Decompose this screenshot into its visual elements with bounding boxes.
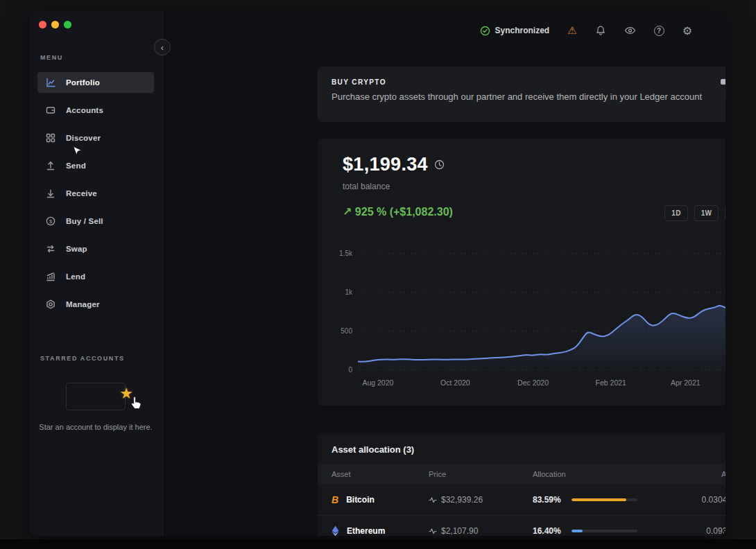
allocation-column-header: Allocation (533, 470, 630, 478)
hand-cursor-icon (130, 396, 143, 412)
asset-allocation-title: Asset allocation (3) (318, 433, 725, 464)
asset-name: Ethereum (347, 526, 385, 536)
portfolio-icon (44, 78, 57, 87)
accounts-icon (44, 105, 57, 115)
y-axis-tick: 0 (332, 366, 352, 374)
buy-sell-icon: $ (44, 216, 57, 226)
close-window-button[interactable] (39, 21, 46, 28)
app-window: MENU Portfolio Accounts (29, 11, 725, 536)
allocation-row-bitcoin[interactable]: BBitcoin$32,939.2683.59%0.030439 BTC$1,0… (318, 485, 725, 516)
ethereum-icon (332, 525, 339, 536)
allocation-column-header: Asset (332, 470, 429, 478)
sidebar-item-label: Swap (66, 245, 87, 253)
sidebar-item-label: Manager (66, 300, 100, 308)
starred-empty-illustration: ★ (66, 383, 126, 410)
bottom-strip (0, 539, 756, 549)
balance-change: ↗ 925 % (+$1,082.30) (343, 205, 453, 218)
sidebar-item-portfolio[interactable]: Portfolio (37, 72, 154, 93)
balance-chart[interactable]: 05001k1.5k Aug (332, 243, 725, 395)
allocation-percent: 83.59% (533, 495, 565, 505)
chart-plot (358, 248, 725, 372)
balance-panel: $1,199.34 total balance ↗ 925 % (+$1,082… (318, 139, 725, 406)
sidebar-item-label: Buy / Sell (66, 217, 103, 225)
sync-label: Synchronized (495, 26, 550, 35)
zoom-window-button[interactable] (64, 21, 71, 28)
asset-amount: 0.030439 BTC (637, 495, 725, 505)
shopping-cart-illustration (716, 71, 725, 122)
range-button-1d[interactable]: 1D (664, 205, 687, 221)
x-axis-tick: Dec 2020 (517, 378, 549, 387)
sidebar-nav: Portfolio Accounts Discover (37, 72, 154, 322)
question-mark-icon: ? (654, 26, 664, 36)
sidebar-item-label: Send (66, 162, 86, 170)
sidebar-item-swap[interactable]: Swap (37, 238, 154, 259)
asset-price: $32,939.26 (441, 495, 483, 505)
asset-allocation-panel: Asset allocation (3) AssetPriceAllocatio… (318, 433, 725, 536)
asset-amount: 0.09331 ETH (637, 526, 725, 536)
sidebar-item-send[interactable]: Send (37, 155, 154, 176)
allocation-bar (572, 498, 637, 501)
receive-icon (44, 189, 57, 198)
x-axis-tick: Apr 2021 (671, 378, 701, 387)
total-balance-amount: $1,199.34 (343, 154, 428, 175)
sidebar-item-label: Portfolio (66, 78, 100, 87)
y-axis-tick: 1k (332, 288, 352, 296)
allocation-row-ethereum[interactable]: Ethereum$2,107.9016.40%0.09331 ETH$196.6… (318, 516, 725, 536)
sidebar-item-label: Discover (66, 134, 101, 142)
discover-icon (44, 133, 57, 143)
main-area: Synchronized ⚠ ? ⚙ (163, 11, 725, 536)
banner-description: Purchase crypto assets through our partn… (332, 92, 702, 102)
lend-icon (44, 272, 57, 281)
swap-icon (44, 244, 57, 254)
banner-title: BUY CRYPTO (332, 78, 386, 86)
content: BUY CRYPTO Purchase crypto assets throug… (318, 67, 725, 122)
eye-icon[interactable] (624, 25, 636, 36)
total-balance-caption: total balance (343, 182, 390, 191)
allocation-column-header: Amount (630, 470, 725, 478)
activity-icon (429, 496, 437, 504)
help-icon[interactable]: ? (654, 26, 664, 36)
y-axis-tick: 500 (332, 327, 352, 335)
minimize-window-button[interactable] (51, 21, 59, 28)
balance-change-text: 925 % (+$1,082.30) (355, 206, 453, 218)
sync-status[interactable]: Synchronized (480, 26, 550, 36)
svg-text:$: $ (49, 218, 53, 225)
manager-icon (44, 299, 57, 309)
buy-crypto-banner[interactable]: BUY CRYPTO Purchase crypto assets throug… (318, 67, 725, 122)
sidebar-item-label: Lend (66, 272, 85, 281)
warning-icon[interactable]: ⚠ (567, 24, 576, 37)
allocation-bar (572, 530, 637, 532)
x-axis-tick: Aug 2020 (362, 378, 393, 387)
menu-section-label: MENU (40, 54, 63, 61)
bitcoin-icon: B (332, 494, 338, 505)
check-circle-icon (480, 26, 490, 36)
traffic-lights (39, 21, 71, 28)
clock-icon[interactable] (434, 159, 445, 170)
sidebar-item-buy-sell[interactable]: $ Buy / Sell (37, 211, 154, 232)
sidebar-item-accounts[interactable]: Accounts (37, 100, 154, 121)
sidebar-item-lend[interactable]: Lend (37, 266, 154, 287)
sidebar: MENU Portfolio Accounts (29, 11, 163, 536)
y-axis-tick: 1.5k (332, 250, 352, 257)
activity-icon (429, 528, 437, 535)
collapse-sidebar-button[interactable]: ‹ (154, 39, 171, 55)
sidebar-item-manager[interactable]: Manager (37, 294, 154, 315)
range-button-1m[interactable]: 1M (725, 205, 725, 221)
starred-accounts-label: STARRED ACCOUNTS (40, 355, 125, 362)
starred-hint-text: Star an account to display it here. (35, 421, 157, 433)
sidebar-item-discover[interactable]: Discover (37, 128, 154, 148)
x-axis-tick: Oct 2020 (440, 378, 470, 387)
range-selector: 1D1W1M1YALL (664, 205, 725, 221)
trend-up-icon: ↗ (343, 206, 352, 218)
allocation-column-header: Price (429, 470, 533, 478)
asset-name: Bitcoin (346, 495, 375, 505)
topbar: Synchronized ⚠ ? ⚙ (163, 11, 725, 50)
x-axis-tick: Feb 2021 (596, 378, 626, 387)
range-button-1w[interactable]: 1W (694, 205, 719, 221)
send-icon (44, 161, 57, 171)
sidebar-item-receive[interactable]: Receive (37, 183, 154, 204)
sidebar-item-label: Accounts (66, 106, 103, 114)
gear-icon[interactable]: ⚙ (682, 24, 692, 37)
bell-icon[interactable] (595, 25, 606, 36)
sidebar-item-label: Receive (66, 189, 97, 198)
